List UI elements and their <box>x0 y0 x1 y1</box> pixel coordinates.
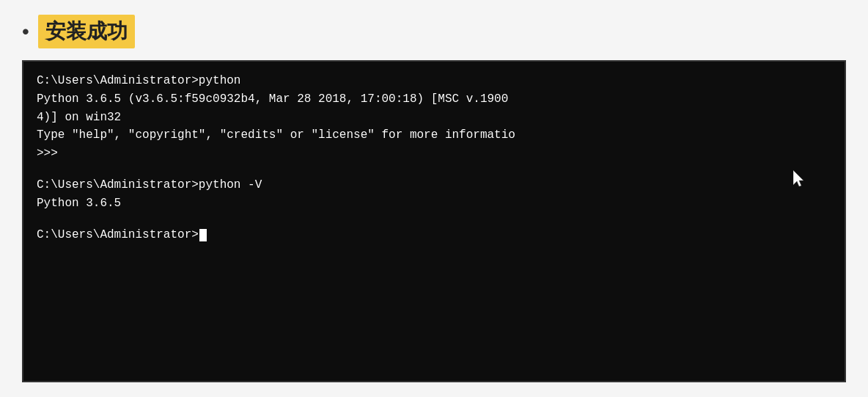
terminal-section-1: C:\Users\Administrator>python Python 3.6… <box>37 72 831 163</box>
cursor-blink <box>199 229 207 241</box>
terminal-line: 4)] on win32 <box>37 109 831 127</box>
bullet-point: • <box>22 21 29 42</box>
terminal-line: C:\Users\Administrator>python -V <box>37 176 831 194</box>
terminal-window: C:\Users\Administrator>python Python 3.6… <box>22 60 846 382</box>
terminal-line: >>> <box>37 145 831 163</box>
terminal-prompt: C:\Users\Administrator> <box>37 226 831 244</box>
terminal-line: Python 3.6.5 <box>37 194 831 213</box>
terminal-line: C:\Users\Administrator>python <box>37 72 831 90</box>
terminal-line: Python 3.6.5 (v3.6.5:f59c0932b4, Mar 28 … <box>37 90 831 109</box>
success-label: 安装成功 <box>38 15 135 48</box>
terminal-section-2: C:\Users\Administrator>python -V Python … <box>37 176 831 213</box>
terminal-line: Type "help", "copyright", "credits" or "… <box>37 126 831 145</box>
terminal-section-3: C:\Users\Administrator> <box>37 226 831 244</box>
header-section: • 安装成功 <box>22 15 846 48</box>
